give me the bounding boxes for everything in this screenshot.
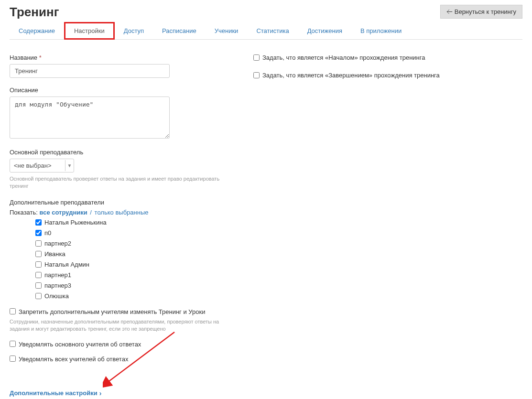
name-label-text: Название (10, 54, 37, 61)
teacher-name: Наталья Рыженькина (44, 219, 107, 226)
teacher-checkbox[interactable] (35, 293, 42, 299)
forbid-edit-checkbox[interactable] (10, 308, 16, 314)
tab-statistics[interactable]: Статистика (247, 22, 298, 40)
back-button-label: Вернуться к тренингу (455, 8, 516, 15)
filter-all-employees[interactable]: все сотрудники (40, 209, 87, 216)
teacher-name: Наталья Админ (44, 261, 89, 268)
set-start-label: Задать, что является «Началом» прохожден… (262, 54, 425, 61)
filter-separator: / (90, 209, 92, 216)
teacher-checkbox[interactable] (35, 240, 42, 247)
tab-in-app[interactable]: В приложении (351, 22, 411, 40)
required-mark: * (39, 54, 42, 61)
chevron-right-icon: › (99, 389, 102, 397)
teacher-checkbox[interactable] (35, 282, 42, 289)
tab-content[interactable]: Содержание (10, 22, 64, 40)
filter-only-selected[interactable]: только выбранные (95, 209, 149, 216)
tab-settings[interactable]: Настройки (64, 22, 115, 40)
teacher-checkbox[interactable] (35, 230, 42, 236)
tab-students[interactable]: Ученики (206, 22, 248, 40)
additional-settings-link[interactable]: Дополнительные настройки › (10, 389, 101, 397)
set-end-label: Задать, что является «Завершением» прохо… (262, 72, 440, 79)
name-input[interactable] (10, 64, 170, 78)
teacher-name: партнер2 (44, 240, 71, 247)
notify-main-label: Уведомлять основного учителя об ответах (19, 341, 141, 348)
teacher-name: партнер1 (44, 271, 71, 279)
teachers-filter: Показать: все сотрудники / только выбран… (10, 209, 234, 216)
tab-schedule[interactable]: Расписание (153, 22, 206, 40)
description-textarea[interactable] (10, 97, 170, 139)
main-teacher-hint: Основной преподаватель проверяет ответы … (10, 175, 234, 190)
notify-all-checkbox[interactable] (10, 356, 16, 362)
name-label: Название * (10, 54, 234, 61)
teacher-checkbox[interactable] (35, 272, 42, 278)
addl-teachers-label: Дополнительные преподаватели (10, 199, 234, 206)
list-item: партнер3 (35, 282, 234, 289)
list-item: Наталья Рыженькина (35, 219, 234, 226)
list-item: партнер1 (35, 271, 234, 279)
tabs-nav: Содержание Настройки Доступ Расписание У… (10, 22, 522, 40)
teacher-checkbox[interactable] (35, 251, 42, 257)
forbid-edit-hint: Сотрудники, назначенные дополнительными … (10, 318, 220, 333)
teacher-checkbox[interactable] (35, 261, 42, 268)
filter-prefix: Показать: (10, 209, 38, 216)
set-end-checkbox[interactable] (253, 72, 260, 78)
caret-down-icon: ▼ (65, 160, 74, 171)
arrow-left-icon: 🡠 (446, 8, 453, 15)
back-to-training-button[interactable]: 🡠 Вернуться к тренингу (440, 5, 522, 19)
list-item: Наталья Админ (35, 261, 234, 268)
main-teacher-value: <не выбран> (10, 159, 65, 172)
tab-access[interactable]: Доступ (115, 22, 153, 40)
forbid-edit-label: Запретить дополнительным учителям изменя… (19, 308, 205, 315)
description-label: Описание (10, 86, 234, 94)
notify-all-label: Уведомлять всех учителей об ответах (19, 356, 128, 363)
teacher-name: п0 (44, 229, 51, 237)
main-teacher-select[interactable]: <не выбран> ▼ (10, 159, 74, 173)
teachers-list: Наталья Рыженькина п0 партнер2 Иванка (35, 219, 234, 300)
list-item: Иванка (35, 250, 234, 258)
teacher-checkbox[interactable] (35, 219, 42, 226)
list-item: п0 (35, 229, 234, 237)
teacher-name: Олюшка (44, 292, 69, 300)
list-item: Олюшка (35, 292, 234, 300)
teacher-name: партнер3 (44, 282, 71, 289)
additional-settings-label: Дополнительные настройки (10, 389, 98, 397)
page-title: Тренинг (10, 5, 59, 20)
main-teacher-label: Основной преподаватель (10, 149, 234, 156)
list-item: партнер2 (35, 240, 234, 247)
set-start-checkbox[interactable] (253, 54, 260, 61)
teacher-name: Иванка (44, 250, 65, 258)
tab-achievements[interactable]: Достижения (298, 22, 351, 40)
notify-main-checkbox[interactable] (10, 341, 16, 347)
